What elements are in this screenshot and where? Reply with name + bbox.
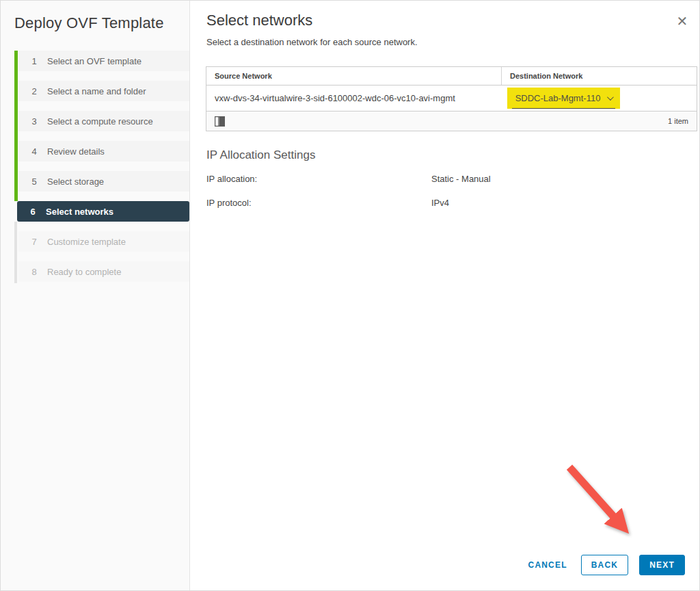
ip-allocation-heading: IP Allocation Settings	[206, 148, 315, 162]
table-footer: 1 item	[206, 111, 697, 131]
progress-rail-completed	[14, 51, 18, 201]
wizard-sidebar: Deploy OVF Template 1 Select an OVF temp…	[1, 1, 190, 590]
wizard-step-5[interactable]: 5 Select storage	[18, 171, 189, 192]
ip-allocation-row: IP allocation: Static - Manual	[206, 174, 617, 184]
wizard-step-6-active[interactable]: 6 Select networks	[17, 201, 189, 222]
column-header-source-network: Source Network	[206, 67, 502, 85]
dialog-title: Deploy OVF Template	[1, 14, 189, 32]
step-number: 1	[27, 56, 42, 66]
step-number: 6	[25, 207, 40, 217]
step-label: Select a compute resource	[47, 116, 153, 127]
ip-allocation-label: IP allocation:	[206, 174, 257, 184]
annotation-arrow-icon	[561, 460, 647, 553]
wizard-main-panel: Select networks ✕ Select a destination n…	[190, 1, 699, 590]
wizard-step-2[interactable]: 2 Select a name and folder	[18, 81, 189, 101]
wizard-button-bar: CANCEL BACK NEXT	[526, 555, 685, 575]
step-number: 3	[27, 116, 42, 127]
wizard-step-4[interactable]: 4 Review details	[18, 141, 189, 161]
wizard-step-8[interactable]: 8 Ready to complete	[18, 261, 189, 282]
close-icon[interactable]: ✕	[674, 13, 690, 29]
step-label: Select a name and folder	[47, 86, 146, 96]
destination-network-select[interactable]: SDDC-Lab-Mgmt-110	[507, 88, 620, 109]
wizard-step-3[interactable]: 3 Select a compute resource	[18, 111, 189, 131]
ip-protocol-value: IPv4	[431, 198, 449, 208]
wizard-step-7[interactable]: 7 Customize template	[18, 231, 189, 252]
progress-rail-pending	[14, 222, 17, 283]
step-number: 2	[27, 86, 42, 96]
chevron-down-icon	[607, 94, 614, 101]
columns-icon[interactable]	[215, 116, 225, 127]
page-title: Select networks	[206, 12, 312, 29]
network-mapping-table: Source Network Destination Network vxw-d…	[206, 66, 697, 131]
table-header: Source Network Destination Network	[206, 67, 697, 86]
ip-allocation-value: Static - Manual	[431, 174, 491, 184]
source-network-value: vxw-dvs-34-virtualwire-3-sid-6100002-wdc…	[206, 93, 502, 103]
step-number: 4	[27, 146, 42, 157]
step-number: 7	[27, 237, 42, 247]
step-label: Select networks	[46, 207, 113, 217]
column-header-destination-network: Destination Network	[502, 67, 697, 85]
next-button[interactable]: NEXT	[639, 555, 685, 575]
wizard-steps: 1 Select an OVF template 2 Select a name…	[14, 51, 189, 282]
step-label: Select an OVF template	[47, 56, 142, 66]
item-count: 1 item	[668, 117, 688, 125]
deploy-ovf-dialog: Deploy OVF Template 1 Select an OVF temp…	[0, 0, 700, 591]
cancel-button[interactable]: CANCEL	[526, 560, 570, 570]
step-label: Select storage	[47, 176, 104, 187]
ip-protocol-row: IP protocol: IPv4	[206, 198, 617, 208]
back-button[interactable]: BACK	[581, 555, 628, 575]
wizard-step-1[interactable]: 1 Select an OVF template	[18, 51, 189, 71]
step-number: 5	[27, 176, 42, 187]
page-subtitle: Select a destination network for each so…	[206, 37, 418, 47]
step-number: 8	[27, 267, 42, 277]
destination-network-selected-value: SDDC-Lab-Mgmt-110	[515, 93, 601, 103]
step-label: Customize template	[47, 237, 126, 247]
table-row: vxw-dvs-34-virtualwire-3-sid-6100002-wdc…	[206, 86, 697, 111]
step-label: Ready to complete	[47, 267, 121, 277]
destination-network-cell: SDDC-Lab-Mgmt-110	[502, 88, 697, 109]
step-label: Review details	[47, 146, 105, 157]
ip-protocol-label: IP protocol:	[206, 198, 252, 208]
